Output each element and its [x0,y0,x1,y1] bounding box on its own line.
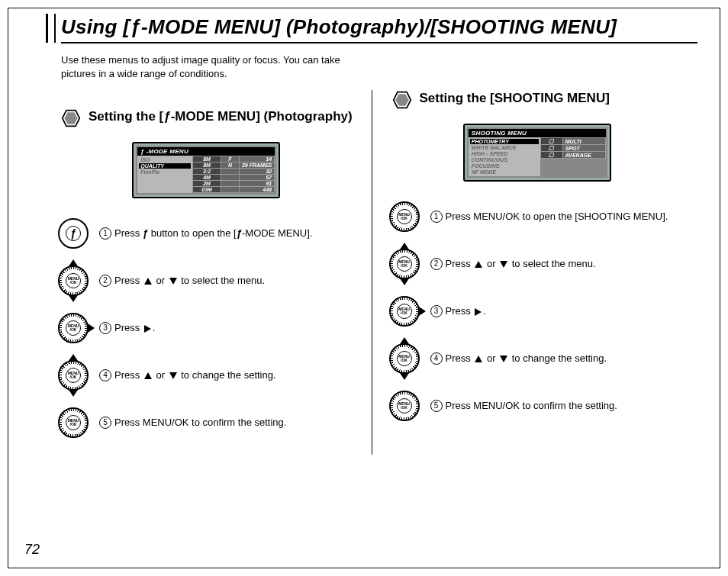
instruction-step: ƒ1Press ƒ button to open the [ƒ-MODE MEN… [58,218,353,249]
lcd-header: SHOOTING MENU [469,129,606,137]
content-columns: Setting the [ƒ-MODE MENU] (Photography) … [46,90,697,455]
step-text: 3Press . [430,304,685,318]
f-icon: ƒ [163,109,170,124]
section-title-left: Setting the [ƒ-MODE MENU] (Photography) [89,108,353,124]
instruction-step: MENU/OK3Press . [389,296,685,327]
right-column: Setting the [SHOOTING MENU] SHOOTING MEN… [377,90,698,455]
control-dial-icon: MENU/OK [58,407,89,438]
step-text: 2Press or to select the menu. [430,257,685,271]
step-text: 3Press . [99,321,353,335]
instruction-step: MENU/OK5Press MENU/OK to confirm the set… [389,391,685,421]
left-column: Setting the [ƒ-MODE MENU] (Photography) … [46,90,367,455]
intro-text: Use these menus to adjust image quality … [61,53,351,80]
section-title-right: Setting the [SHOOTING MENU] [420,90,610,106]
control-dial-icon: MENU/OK [389,249,420,279]
control-dial-icon: MENU/OK [58,313,89,343]
instruction-step: MENU/OK4Press or to change the setting. [389,343,685,374]
control-dial-icon: MENU/OK [389,343,420,374]
instruction-step: MENU/OK4Press or to change the setting. [58,360,353,391]
instruction-step: MENU/OK2Press or to select the menu. [58,265,353,296]
title-pre: Using [ [61,15,130,38]
lcd-menu-items: PHOTOMETRYWHITE BALANCEHIGH - SPEEDCONTI… [469,137,540,176]
heading-pre: Setting the [ [89,109,163,124]
f-icon: ƒ [130,15,141,38]
instruction-step: MENU/OK5Press MENU/OK to confirm the set… [58,407,353,438]
manual-page: Using [ƒ-MODE MENU] (Photography)/[SHOOT… [0,0,728,576]
step-text: 5Press MENU/OK to confirm the setting. [430,399,685,413]
steps-right: MENU/OK1Press MENU/OK to open the [SHOOT… [389,201,685,421]
hexagon-icon [61,108,81,128]
control-dial-icon: MENU/OK [389,201,420,232]
lcd-mock-fmode: ƒ -MODE MENU ISOQUALITYFinePix 8MF148MN2… [132,142,280,198]
step-text: 4Press or to change the setting. [430,352,685,365]
lcd-mock-shooting: SHOOTING MENU PHOTOMETRYWHITE BALANCEHIG… [463,124,611,182]
page-title: Using [ƒ-MODE MENU] (Photography)/[SHOOT… [61,15,697,39]
step-text: 1Press ƒ button to open the [ƒ-MODE MENU… [99,227,353,240]
instruction-step: MENU/OK2Press or to select the menu. [389,249,685,279]
step-text: 5Press MENU/OK to confirm the setting. [99,416,353,430]
column-divider [372,90,372,455]
step-text: 2Press or to select the menu. [99,274,353,288]
page-number: 72 [24,542,40,558]
control-dial-icon: ƒ [58,218,89,249]
control-dial-icon: MENU/OK [389,296,420,327]
section-heading-left: Setting the [ƒ-MODE MENU] (Photography) [61,108,359,128]
hexagon-icon [392,90,412,110]
heading-post: -MODE MENU] (Photography) [171,109,353,124]
control-dial-icon: MENU/OK [389,391,420,421]
page-title-wrap: Using [ƒ-MODE MENU] (Photography)/[SHOOT… [61,15,697,43]
lcd-options: 8MF148MN29 FRAMES3:2324M572M9103M448 [192,156,275,193]
lcd-menu-items: ISOQUALITYFinePix [137,156,192,193]
control-dial-icon: MENU/OK [58,265,89,296]
lcd-header: ƒ -MODE MENU [137,147,275,156]
control-dial-icon: MENU/OK [58,360,89,391]
binding-mark [46,14,56,43]
instruction-step: MENU/OK3Press . [58,313,353,343]
step-text: 4Press or to change the setting. [99,368,353,382]
title-mid: -MODE MENU] (Photography)/[SHOOTING MENU… [141,15,617,38]
instruction-step: MENU/OK1Press MENU/OK to open the [SHOOT… [389,201,685,232]
lcd-options: ▢MULTI▢SPOT▢AVERAGE [540,137,606,176]
section-heading-right: Setting the [SHOOTING MENU] [392,90,691,110]
step-text: 1Press MENU/OK to open the [SHOOTING MEN… [430,210,685,224]
steps-left: ƒ1Press ƒ button to open the [ƒ-MODE MEN… [58,218,353,438]
